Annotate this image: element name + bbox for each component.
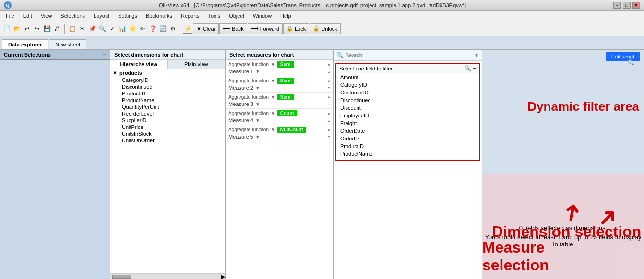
menu-item-view[interactable]: View bbox=[37, 12, 56, 20]
current-selections-header: Current Selections − bbox=[0, 50, 110, 60]
dim-scrollbar-h[interactable]: ▶ bbox=[110, 273, 225, 279]
menu-item-bookmarks[interactable]: Bookmarks bbox=[142, 12, 176, 20]
tree-children: CategoryIDDiscontinuedProductIDProductNa… bbox=[110, 77, 225, 144]
tree-item[interactable]: ReorderLevel bbox=[118, 110, 225, 117]
main-content: Current Selections − Select dimensions f… bbox=[0, 50, 644, 279]
filter-item[interactable]: OrderDate bbox=[336, 127, 479, 135]
agg-row: Aggregate funciton ▼ Sum ● bbox=[228, 78, 330, 84]
tree-item[interactable]: UnitPrice bbox=[118, 124, 225, 130]
settings-icon[interactable]: ⚙ bbox=[168, 24, 178, 34]
menu-item-object[interactable]: Object bbox=[225, 12, 248, 20]
filter-item[interactable]: ProductName bbox=[336, 150, 479, 158]
help-icon[interactable]: ❓ bbox=[148, 24, 157, 34]
bookmark-icon[interactable]: ⭐ bbox=[128, 24, 137, 34]
redo-icon[interactable]: ↪ bbox=[32, 24, 42, 34]
measure-arrow: ➜ bbox=[556, 200, 587, 225]
tab-data-explorer[interactable]: Data explorer bbox=[2, 39, 48, 49]
tree-item[interactable]: UnitsInStock bbox=[118, 130, 225, 137]
measure-row: Aggregate funciton ▼ Sum ● Measure 2 ▼ ○ bbox=[226, 76, 333, 93]
print-icon[interactable]: 🖨 bbox=[52, 24, 62, 34]
check-icon[interactable]: ✓ bbox=[107, 24, 117, 34]
menu-item-settings[interactable]: Settings bbox=[114, 12, 141, 20]
open-icon[interactable]: 📂 bbox=[12, 24, 22, 34]
tree-group-products[interactable]: ▼ products bbox=[110, 69, 225, 77]
clear-all-icon[interactable]: ⚡ bbox=[183, 24, 192, 34]
save-icon[interactable]: 💾 bbox=[42, 24, 52, 34]
search-input[interactable] bbox=[346, 52, 472, 58]
menu-item-edit[interactable]: Edit bbox=[19, 12, 36, 20]
dimension-selection-label: Dimension selection bbox=[492, 223, 641, 241]
paste-icon[interactable]: 📌 bbox=[87, 24, 97, 34]
unlock-button[interactable]: 🔓 Unlock bbox=[310, 23, 341, 34]
filter-item[interactable]: Discount bbox=[336, 104, 479, 112]
scroll-right-arrow[interactable]: ▶ bbox=[221, 273, 225, 279]
filter-item[interactable]: ProductID bbox=[336, 142, 479, 150]
edit-icon[interactable]: ✏ bbox=[138, 24, 147, 34]
refresh-icon[interactable]: 🔄 bbox=[158, 24, 167, 34]
tree-item[interactable]: UnitsOnOrder bbox=[118, 137, 225, 144]
new-icon[interactable]: 📄 bbox=[2, 24, 12, 34]
collapse-icon[interactable]: − bbox=[103, 52, 106, 58]
tree-item[interactable]: Discontinued bbox=[118, 83, 225, 90]
measure-name-row: Measure 3 ▼ ○ bbox=[228, 101, 330, 107]
clear-button[interactable]: ▼ Clear bbox=[193, 23, 219, 34]
filter-list-container: Select one field to filter ... 🔍 − Amoun… bbox=[335, 63, 480, 161]
undo-icon[interactable]: ↩ bbox=[22, 24, 32, 34]
dimension-tree: ▼ products CategoryIDDiscontinuedProduct… bbox=[110, 69, 225, 273]
tree-item[interactable]: ProductID bbox=[118, 90, 225, 97]
hierarchy-view-btn[interactable]: Hierarchy view bbox=[110, 60, 168, 69]
forward-button[interactable]: ⟶ Forward bbox=[248, 23, 283, 34]
toolbar-icons-mid: 📋 ✂ 📌 🔍 ✓ 📊 ⭐ ✏ ❓ 🔄 ⚙ bbox=[67, 24, 178, 34]
filter-search-icon[interactable]: 🔍 bbox=[465, 65, 471, 71]
filter-item[interactable]: CategoryID bbox=[336, 81, 479, 89]
measure-row: Aggregate funciton ▼ NullCount ● Measure… bbox=[226, 125, 333, 141]
maximize-button[interactable]: □ bbox=[623, 2, 631, 9]
menu-item-layout[interactable]: Layout bbox=[90, 12, 113, 20]
dimension-annotation: Dimension selection bbox=[492, 223, 641, 241]
tree-item[interactable]: SupplierID bbox=[118, 117, 225, 124]
tree-item[interactable]: QuantityPerUnit bbox=[118, 104, 225, 110]
measure-row: Aggregate funciton ▼ Sum ● Measure 3 ▼ ○ bbox=[226, 93, 333, 109]
back-button[interactable]: ⟵ Back bbox=[219, 23, 247, 34]
measure-row: Aggregate funciton ▼ Count ● Measure 4 ▼… bbox=[226, 109, 333, 125]
filter-panel-search-icon-right[interactable]: 🔍 bbox=[628, 59, 634, 66]
menu-item-selections[interactable]: Selections bbox=[57, 12, 89, 20]
dynamic-filter-label: Dynamic filter area bbox=[527, 99, 639, 114]
filter-header-icons: 🔍 − bbox=[465, 65, 476, 71]
filter-items-list: AmountCategoryIDCustomerIDDiscontinuedDi… bbox=[336, 73, 479, 160]
current-selections-panel: Current Selections − bbox=[0, 50, 110, 279]
filter-item[interactable]: Amount bbox=[336, 73, 479, 81]
measure-list: Aggregate funciton ▼ Sum ● Measure 1 ▼ ○… bbox=[226, 60, 333, 279]
tree-item[interactable]: ProductName bbox=[118, 97, 225, 104]
menu-item-help[interactable]: Help bbox=[276, 12, 295, 20]
menu-item-tools[interactable]: Tools bbox=[204, 12, 224, 20]
toolbar: 📄 📂 ↩ ↪ 💾 🖨 📋 ✂ 📌 🔍 ✓ 📊 ⭐ ✏ ❓ 🔄 ⚙ ⚡ ▼ Cl… bbox=[0, 21, 644, 36]
menu-item-reports[interactable]: Reports bbox=[177, 12, 203, 20]
filter-minimize-icon[interactable]: − bbox=[473, 65, 476, 71]
scrollbar-thumb[interactable] bbox=[112, 275, 131, 279]
menubar: FileEditViewSelectionsLayoutSettingsBook… bbox=[0, 11, 644, 21]
filter-item[interactable]: EmployeeID bbox=[336, 112, 479, 119]
filter-item[interactable]: OrderID bbox=[336, 135, 479, 142]
menu-item-file[interactable]: File bbox=[2, 12, 18, 20]
plain-view-btn[interactable]: Plain view bbox=[168, 60, 226, 69]
chart-icon[interactable]: 📊 bbox=[118, 24, 127, 34]
close-button[interactable]: ✕ bbox=[632, 2, 640, 9]
cut-icon[interactable]: ✂ bbox=[77, 24, 87, 34]
measure-name-row: Measure 2 ▼ ○ bbox=[228, 85, 330, 91]
copy-icon[interactable]: 📋 bbox=[67, 24, 77, 34]
filter-item[interactable]: CustomerID bbox=[336, 89, 479, 96]
tree-item[interactable]: CategoryID bbox=[118, 77, 225, 83]
filter-item[interactable]: Discontinued bbox=[336, 96, 479, 104]
tab-new-sheet[interactable]: New sheet bbox=[49, 39, 86, 49]
minimize-button[interactable]: − bbox=[613, 2, 621, 9]
toolbar-icons-right: ⚡ ▼ Clear ⟵ Back ⟶ Forward 🔒 Lock 🔓 Unlo… bbox=[183, 23, 341, 34]
search-dropdown-icon[interactable]: ▼ bbox=[474, 53, 479, 58]
find-icon[interactable]: 🔍 bbox=[97, 24, 107, 34]
filter-list-header: Select one field to filter ... 🔍 − bbox=[336, 64, 479, 73]
lock-button[interactable]: 🔒 Lock bbox=[283, 23, 309, 34]
tabbar: Data explorer New sheet bbox=[0, 36, 644, 50]
edit-script-button[interactable]: Edit script bbox=[606, 52, 640, 61]
filter-item[interactable]: Freight bbox=[336, 119, 479, 127]
menu-item-window[interactable]: Window bbox=[249, 12, 275, 20]
